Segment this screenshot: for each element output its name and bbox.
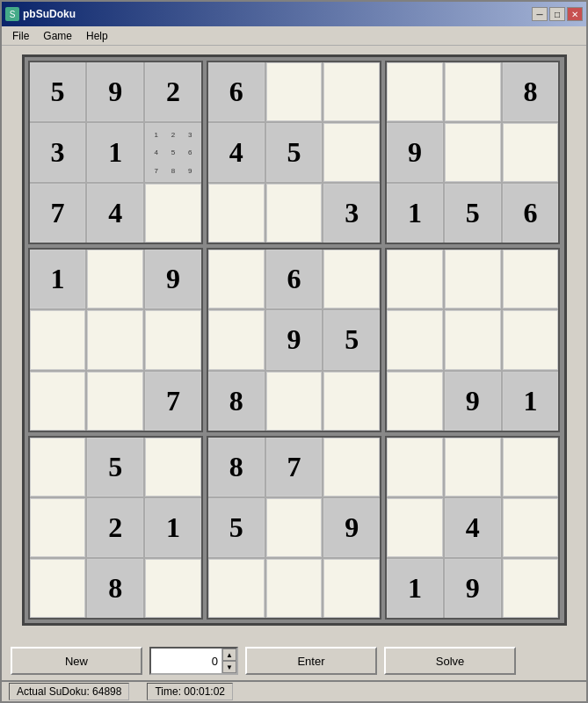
cell-6-6[interactable] [30, 559, 86, 618]
spin-up-button[interactable]: ▲ [222, 649, 236, 661]
solve-button[interactable]: Solve [384, 647, 516, 675]
cell-3-4[interactable] [87, 310, 143, 369]
candidate-1: 1 [148, 126, 164, 143]
cell-3-6[interactable] [30, 372, 86, 431]
cell-1-4[interactable]: 5 [266, 123, 323, 182]
cell-6-5[interactable]: 1 [145, 498, 201, 557]
cell-0-8[interactable] [145, 184, 201, 243]
cell-4-7[interactable] [266, 372, 323, 431]
cell-8-7[interactable]: 9 [445, 559, 501, 618]
cell-5-1[interactable] [445, 250, 501, 308]
menu-file[interactable]: File [5, 28, 36, 44]
cell-5-2[interactable] [503, 250, 559, 308]
cell-7-4[interactable] [266, 498, 323, 557]
cell-4-8[interactable] [323, 372, 380, 431]
cell-4-5[interactable]: 5 [323, 310, 380, 369]
cell-8-3[interactable] [387, 498, 443, 557]
cell-4-3[interactable] [208, 310, 265, 369]
cell-2-2[interactable]: 8 [503, 62, 559, 121]
cell-5-4[interactable] [445, 310, 501, 369]
cell-8-8[interactable] [503, 559, 559, 618]
maximize-button[interactable]: □ [549, 7, 565, 21]
cell-value-6-4: 2 [108, 511, 122, 544]
cell-0-2[interactable]: 2 [145, 62, 201, 121]
candidate-8: 8 [164, 162, 181, 179]
cell-2-1[interactable] [445, 62, 501, 121]
cell-0-4[interactable]: 1 [87, 123, 143, 182]
cell-2-4[interactable] [445, 123, 501, 182]
cell-4-0[interactable] [208, 250, 265, 308]
cell-2-0[interactable] [387, 62, 443, 121]
cell-6-8[interactable] [145, 559, 201, 618]
minimize-button[interactable]: ─ [532, 7, 548, 21]
cell-4-4[interactable]: 9 [266, 310, 323, 369]
cell-1-5[interactable] [323, 123, 380, 182]
cell-2-8[interactable]: 6 [503, 184, 559, 243]
cell-0-0[interactable]: 5 [30, 62, 86, 121]
cell-6-7[interactable]: 8 [87, 559, 143, 618]
cell-4-2[interactable] [323, 250, 380, 308]
cell-5-0[interactable] [387, 250, 443, 308]
cell-4-1[interactable]: 6 [266, 250, 323, 308]
cell-5-6[interactable] [387, 372, 443, 431]
cell-7-6[interactable] [208, 559, 265, 618]
cell-2-5[interactable] [503, 123, 559, 182]
cell-0-6[interactable]: 7 [30, 184, 86, 243]
cell-0-3[interactable]: 3 [30, 123, 86, 182]
cell-1-6[interactable] [208, 184, 265, 243]
cell-8-2[interactable] [503, 438, 559, 496]
cell-3-2[interactable]: 9 [145, 250, 201, 308]
cell-3-8[interactable]: 7 [145, 372, 201, 431]
menu-game[interactable]: Game [36, 28, 79, 44]
spin-down-button[interactable]: ▼ [222, 661, 236, 673]
cell-value-1-0: 6 [229, 76, 243, 108]
cell-2-6[interactable]: 1 [387, 184, 443, 243]
cell-3-5[interactable] [145, 310, 201, 369]
cell-0-5[interactable]: 123456789 [145, 123, 201, 182]
cell-8-4[interactable]: 4 [445, 498, 501, 557]
cell-3-0[interactable]: 1 [30, 250, 86, 308]
menu-help[interactable]: Help [79, 28, 115, 44]
cell-7-3[interactable]: 5 [208, 498, 265, 557]
cell-7-8[interactable] [323, 559, 380, 618]
close-button[interactable]: ✕ [567, 7, 583, 21]
cell-6-0[interactable] [30, 438, 86, 496]
cell-7-1[interactable]: 7 [266, 438, 323, 496]
cell-2-7[interactable]: 5 [445, 184, 501, 243]
cell-6-3[interactable] [30, 498, 86, 557]
cell-1-0[interactable]: 6 [208, 62, 265, 121]
enter-button[interactable]: Enter [245, 647, 377, 675]
cell-3-7[interactable] [87, 372, 143, 431]
cell-1-8[interactable]: 3 [323, 184, 380, 243]
candidate-4: 4 [148, 143, 164, 161]
cell-5-3[interactable] [387, 310, 443, 369]
cell-1-2[interactable] [323, 62, 380, 121]
cell-value-4-5: 5 [345, 323, 359, 356]
cell-6-2[interactable] [145, 438, 201, 496]
cell-5-7[interactable]: 9 [445, 372, 501, 431]
cell-3-1[interactable] [87, 250, 143, 308]
cell-7-5[interactable]: 9 [323, 498, 380, 557]
cell-1-1[interactable] [266, 62, 323, 121]
new-button[interactable]: New [11, 647, 142, 675]
cell-0-1[interactable]: 9 [87, 62, 143, 121]
cell-8-6[interactable]: 1 [387, 559, 443, 618]
cell-5-8[interactable]: 1 [503, 372, 559, 431]
cell-7-7[interactable] [266, 559, 323, 618]
cell-8-0[interactable] [387, 438, 443, 496]
cell-value-2-6: 1 [408, 197, 422, 229]
cell-1-3[interactable]: 4 [208, 123, 265, 182]
cell-2-3[interactable]: 9 [387, 123, 443, 182]
cell-3-3[interactable] [30, 310, 86, 369]
number-input[interactable] [151, 649, 221, 673]
cell-6-4[interactable]: 2 [87, 498, 143, 557]
cell-5-5[interactable] [503, 310, 559, 369]
cell-6-1[interactable]: 5 [87, 438, 143, 496]
cell-8-1[interactable] [445, 438, 501, 496]
cell-7-2[interactable] [323, 438, 380, 496]
cell-0-7[interactable]: 4 [87, 184, 143, 243]
cell-1-7[interactable] [266, 184, 323, 243]
cell-8-5[interactable] [503, 498, 559, 557]
cell-7-0[interactable]: 8 [208, 438, 265, 496]
cell-4-6[interactable]: 8 [208, 372, 265, 431]
